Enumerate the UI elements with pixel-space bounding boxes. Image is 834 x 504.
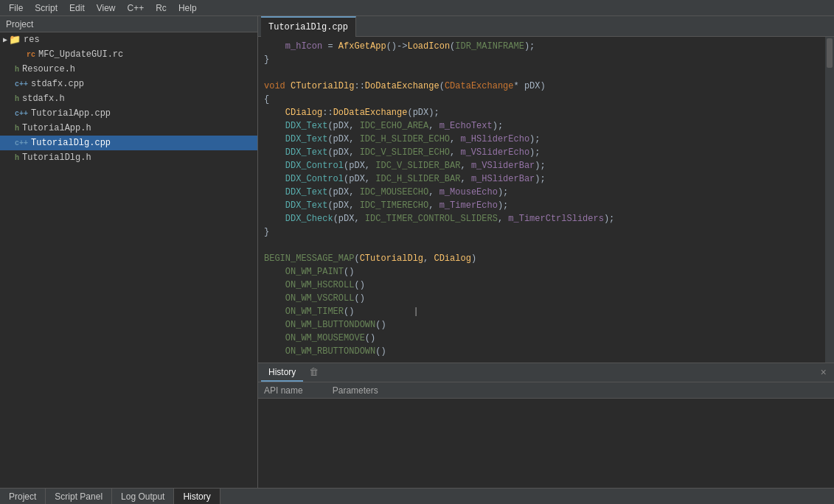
code-line: DDX_Control(pDX, IDC_V_SLIDER_BAR, m_VSl… [258, 159, 825, 172]
code-line: BEGIN_MESSAGE_MAP(CTutorialDlg, CDialog) [258, 252, 825, 265]
menu-script[interactable]: Script [29, 1, 63, 15]
bottom-tab-project[interactable]: Project [0, 489, 46, 505]
main-layout: Project ▶ 📁 res rc MFC_UpdateGUI.rc h Re… [0, 16, 834, 488]
sidebar-item-tutorialapp-cpp[interactable]: c++ TutorialApp.cpp [0, 106, 257, 121]
sidebar-item-stdafx-h[interactable]: h stdafx.h [0, 91, 257, 106]
h-icon: h [15, 125, 19, 133]
code-line [258, 66, 825, 80]
vertical-scrollbar[interactable] [825, 37, 834, 363]
menu-file[interactable]: File [3, 1, 29, 15]
tab-label: TutorialDlg.cpp [268, 22, 348, 32]
code-editor[interactable]: m_hIcon = AfxGetApp()->LoadIcon(IDR_MAIN… [258, 37, 825, 363]
sidebar-item-stdafx-cpp[interactable]: c++ stdafx.cpp [0, 77, 257, 91]
sidebar-item-label: TutorialApp.h [22, 123, 91, 133]
editor-area: TutorialDlg.cpp m_hIcon = AfxGetApp()->L… [258, 16, 834, 488]
menu-rc[interactable]: Rc [150, 1, 173, 15]
cpp-icon: c++ [15, 80, 28, 88]
editor-tab-tutorialdlg-cpp[interactable]: TutorialDlg.cpp [261, 16, 356, 37]
sidebar-item-label: MFC_UpdateGUI.rc [38, 49, 123, 60]
sidebar-item-mfc-rc[interactable]: rc MFC_UpdateGUI.rc [0, 47, 257, 62]
code-line: DDX_Text(pDX, IDC_V_SLIDER_ECHO, m_VSlid… [258, 146, 825, 159]
col-parameters: Parameters [333, 385, 378, 396]
code-line: DDX_Control(pDX, IDC_H_SLIDER_BAR, m_HSl… [258, 172, 825, 186]
code-line: DDX_Text(pDX, IDC_TIMERECHO, m_TimerEcho… [258, 199, 825, 212]
code-line: CDialog::DoDataExchange(pDX); [258, 106, 825, 119]
code-line: } [258, 53, 825, 66]
sidebar-item-label: res [24, 35, 40, 45]
sidebar-item-label: Resource.h [22, 64, 75, 74]
sidebar-item-label: stdafx.h [22, 94, 65, 104]
menubar: File Script Edit View C++ Rc Help [0, 0, 834, 16]
menu-edit[interactable]: Edit [63, 1, 91, 15]
history-columns: API name Parameters [258, 382, 834, 399]
menu-help[interactable]: Help [173, 1, 203, 15]
h-icon: h [15, 95, 19, 103]
sidebar-item-label: TutorialDlg.cpp [31, 138, 111, 148]
code-line: ON_WM_RBUTTONDOWN() [258, 345, 825, 358]
history-tab-bar: History 🗑 × [258, 363, 834, 382]
code-line: ON_WM_VSCROLL() [258, 292, 825, 305]
sidebar-item-resource-h[interactable]: h Resource.h [0, 62, 257, 77]
history-panel: History 🗑 × API name Parameters [258, 363, 834, 488]
history-tab[interactable]: History [261, 364, 303, 382]
col-api-name: API name [264, 385, 303, 396]
bottom-tab-log-output[interactable]: Log Output [112, 489, 174, 505]
code-line: ON_WM_LBUTTONDOWN() [258, 318, 825, 332]
bottom-tabs: Project Script Panel Log Output History [0, 488, 834, 504]
trash-icon[interactable]: 🗑 [309, 367, 319, 378]
code-line: } [258, 225, 825, 239]
sidebar-item-label: stdafx.cpp [31, 79, 84, 89]
code-line: DDX_Text(pDX, IDC_MOUSEECHO, m_MouseEcho… [258, 186, 825, 199]
folder-icon: 📁 [9, 34, 21, 46]
code-line: { [258, 93, 825, 106]
menu-cpp[interactable]: C++ [122, 1, 150, 15]
code-line: ON_WM_MOUSEMOVE() [258, 332, 825, 345]
code-line: ON_WM_HSCROLL() [258, 279, 825, 292]
h-icon: h [15, 154, 19, 162]
sidebar: Project ▶ 📁 res rc MFC_UpdateGUI.rc h Re… [0, 16, 258, 488]
expand-arrow: ▶ [3, 35, 7, 44]
tab-bar: TutorialDlg.cpp [258, 16, 834, 37]
code-content: m_hIcon = AfxGetApp()->LoadIcon(IDR_MAIN… [258, 37, 825, 363]
history-close-button[interactable]: × [816, 365, 831, 380]
cpp-icon: c++ [15, 139, 28, 147]
sidebar-item-tutorialdlg-cpp[interactable]: c++ TutorialDlg.cpp [0, 136, 257, 150]
code-line: void CTutorialDlg::DoDataExchange(CDataE… [258, 80, 825, 93]
bottom-tab-history[interactable]: History [174, 489, 220, 505]
code-area: m_hIcon = AfxGetApp()->LoadIcon(IDR_MAIN… [258, 37, 834, 363]
code-line: m_hIcon = AfxGetApp()->LoadIcon(IDR_MAIN… [258, 40, 825, 53]
sidebar-title: Project [6, 19, 33, 29]
code-line: ON_WM_PAINT() [258, 265, 825, 279]
code-line [258, 239, 825, 252]
sidebar-item-label: TutorialApp.cpp [31, 108, 111, 119]
sidebar-item-res[interactable]: ▶ 📁 res [0, 32, 257, 47]
h-icon: h [15, 66, 19, 74]
sidebar-item-tutorialdlg-h[interactable]: h TutorialDlg.h [0, 150, 257, 165]
sidebar-item-label: TutorialDlg.h [22, 153, 91, 163]
bottom-tab-script-panel[interactable]: Script Panel [46, 489, 112, 505]
code-line: DDX_Text(pDX, IDC_ECHO_AREA, m_EchoText)… [258, 119, 825, 133]
rc-icon: rc [27, 51, 35, 59]
code-line: ON_WM_TIMER() | [258, 305, 825, 318]
scrollbar-thumb[interactable] [827, 38, 833, 68]
history-content [258, 399, 834, 488]
code-line: DDX_Text(pDX, IDC_H_SLIDER_ECHO, m_HSlid… [258, 133, 825, 146]
sidebar-item-tutorialapp-h[interactable]: h TutorialApp.h [0, 121, 257, 136]
code-line: DDX_Check(pDX, IDC_TIMER_CONTROL_SLIDERS… [258, 212, 825, 225]
menu-view[interactable]: View [91, 1, 122, 15]
cpp-icon: c++ [15, 110, 28, 118]
